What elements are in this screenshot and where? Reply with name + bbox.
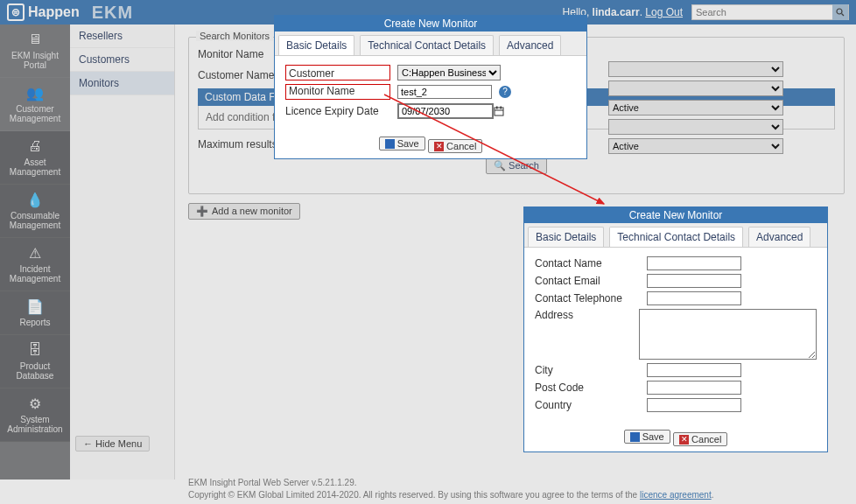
global-search[interactable]: [691, 4, 849, 20]
user-name: linda.carr: [593, 6, 640, 18]
svg-line-1: [842, 14, 845, 17]
svg-rect-2: [495, 108, 503, 116]
save-button-2[interactable]: Save: [624, 430, 670, 444]
label-monitor-name: Monitor Name: [285, 84, 390, 100]
tab-tech-1[interactable]: Technical Contact Details: [360, 35, 494, 55]
subnav: Resellers Customers Monitors: [70, 24, 175, 480]
brand-ekm: EKM: [92, 3, 133, 23]
svg-point-0: [837, 9, 842, 14]
country-field[interactable]: [647, 398, 741, 412]
dd5[interactable]: Active: [608, 138, 783, 154]
dd2[interactable]: [608, 80, 783, 96]
tab-advanced-1[interactable]: Advanced: [499, 35, 561, 55]
brand-happen: ⊜Happen: [7, 4, 80, 21]
help-icon[interactable]: ?: [499, 86, 511, 98]
footer: EKM Insight Portal Web Server v.5.21.1.2…: [188, 477, 713, 501]
modal2-title: Create New Monitor: [524, 207, 827, 223]
monitor-name-field[interactable]: [397, 85, 492, 99]
dd4[interactable]: [608, 119, 783, 135]
side-customer-mgmt[interactable]: 👥Customer Management: [0, 78, 70, 131]
tab-tech-2[interactable]: Technical Contact Details: [609, 227, 743, 247]
tab-advanced-2[interactable]: Advanced: [748, 227, 810, 247]
sidebar: 🖥EKM Insight Portal 👥Customer Management…: [0, 24, 70, 480]
svg-rect-5: [501, 107, 502, 109]
label-licence: Licence Expiry Date: [285, 105, 390, 117]
add-monitor-button[interactable]: ➕ Add a new monitor: [188, 203, 300, 220]
logout-link[interactable]: Log Out: [645, 6, 683, 18]
hide-menu-button[interactable]: ← Hide Menu: [75, 436, 150, 452]
header-right: Hello, linda.carr. Log Out: [563, 4, 849, 20]
address-field[interactable]: [639, 309, 817, 360]
city-field[interactable]: [647, 363, 741, 377]
side-asset-mgmt[interactable]: 🖨Asset Management: [0, 131, 70, 185]
side-ekm-portal[interactable]: 🖥EKM Insight Portal: [0, 24, 70, 78]
save-icon: [630, 432, 640, 442]
subnav-customers[interactable]: Customers: [70, 48, 174, 72]
search-legend: Search Monitors: [196, 31, 273, 41]
side-incident[interactable]: ⚠Incident Management: [0, 238, 70, 291]
dd3[interactable]: Active: [608, 100, 783, 116]
side-reports[interactable]: 📄Reports: [0, 291, 70, 335]
svg-rect-4: [496, 107, 498, 109]
calendar-icon[interactable]: [493, 104, 504, 118]
side-product-db[interactable]: 🗄Product Database: [0, 335, 70, 388]
tab-basic-2[interactable]: Basic Details: [528, 227, 604, 247]
licence-date-input[interactable]: [397, 103, 494, 119]
cancel-icon: ✕: [679, 435, 689, 444]
side-sysadmin[interactable]: ⚙System Administration: [0, 388, 70, 442]
licence-link[interactable]: licence agreement: [640, 490, 712, 500]
save-icon: [385, 139, 395, 149]
dd1[interactable]: [608, 61, 783, 77]
contact-tel-field[interactable]: [647, 291, 741, 305]
modal1-title: Create New Monitor: [275, 16, 586, 32]
subnav-resellers[interactable]: Resellers: [70, 24, 174, 48]
subnav-monitors[interactable]: Monitors: [70, 72, 174, 95]
contact-email-field[interactable]: [647, 274, 741, 288]
cancel-button-2[interactable]: ✕Cancel: [673, 432, 727, 446]
postcode-field[interactable]: [647, 381, 741, 395]
modal-tech-contact: Create New Monitor Basic Details Technic…: [523, 206, 828, 452]
search-icon[interactable]: [832, 4, 848, 20]
search-input[interactable]: [692, 7, 832, 18]
contact-name-field[interactable]: [647, 256, 741, 270]
cancel-button-1[interactable]: ✕Cancel: [428, 139, 482, 153]
side-consumable[interactable]: 💧Consumable Management: [0, 185, 70, 238]
cancel-icon: ✕: [434, 142, 444, 151]
tab-basic-1[interactable]: Basic Details: [278, 35, 354, 55]
label-customer: Customer: [285, 65, 390, 80]
modal-basic-details: Create New Monitor Basic Details Technic…: [274, 15, 587, 159]
customer-select[interactable]: C:Happen Business: [397, 65, 501, 80]
save-button-1[interactable]: Save: [379, 136, 425, 150]
search-button[interactable]: 🔍 Search: [486, 158, 547, 174]
